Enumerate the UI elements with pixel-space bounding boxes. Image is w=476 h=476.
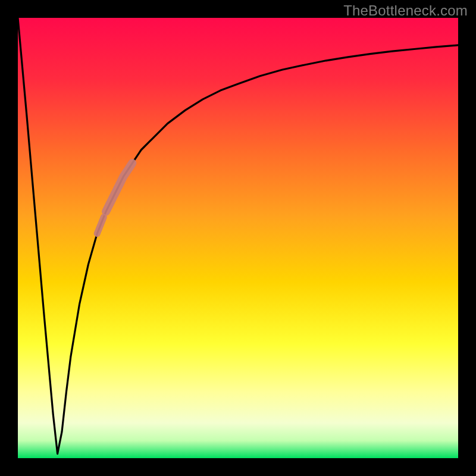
watermark-text: TheBottleneck.com [343, 2, 468, 19]
chart-container: TheBottleneck.com [0, 0, 476, 476]
bottleneck-chart [0, 0, 476, 476]
